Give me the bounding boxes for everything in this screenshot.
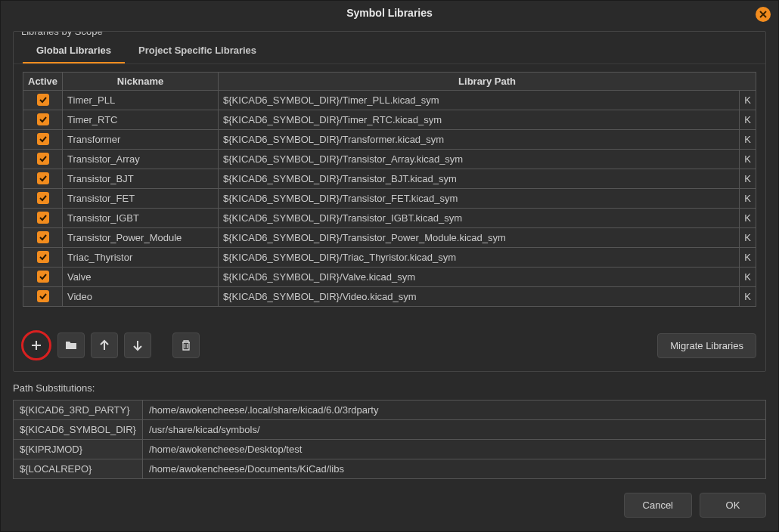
check-icon xyxy=(39,115,48,124)
path-cell[interactable]: ${KICAD6_SYMBOL_DIR}/Transistor_FET.kica… xyxy=(219,189,740,209)
active-cell[interactable] xyxy=(23,248,63,268)
table-row[interactable]: Valve ${KICAD6_SYMBOL_DIR}/Valve.kicad_s… xyxy=(23,268,756,287)
active-checkbox[interactable] xyxy=(37,251,49,263)
check-icon xyxy=(39,213,48,222)
check-icon xyxy=(39,272,48,281)
check-icon xyxy=(39,193,48,203)
path-cell[interactable]: ${KICAD6_SYMBOL_DIR}/Transistor_BJT.kica… xyxy=(219,169,740,189)
table-row[interactable]: Transistor_FET ${KICAD6_SYMBOL_DIR}/Tran… xyxy=(23,189,756,209)
active-cell[interactable] xyxy=(23,150,63,169)
active-checkbox[interactable] xyxy=(37,192,49,204)
overflow-cell[interactable]: K xyxy=(740,110,756,130)
path-cell[interactable]: ${KICAD6_SYMBOL_DIR}/Timer_PLL.kicad_sym xyxy=(219,91,740,110)
table-row[interactable]: Timer_RTC ${KICAD6_SYMBOL_DIR}/Timer_RTC… xyxy=(23,110,756,130)
path-substitutions-table: ${KICAD6_3RD_PARTY} /home/awokencheese/.… xyxy=(13,400,766,479)
browse-library-button[interactable] xyxy=(57,332,85,358)
active-cell[interactable] xyxy=(23,209,63,228)
nickname-cell[interactable]: Transistor_FET xyxy=(63,189,219,209)
path-val-cell: /usr/share/kicad/symbols/ xyxy=(142,420,765,440)
active-cell[interactable] xyxy=(23,91,63,110)
active-cell[interactable] xyxy=(23,287,63,307)
path-var-cell: ${KICAD6_3RD_PARTY} xyxy=(14,401,143,420)
overflow-cell[interactable]: K xyxy=(740,189,756,209)
move-up-button[interactable] xyxy=(91,332,118,358)
check-icon xyxy=(39,233,48,242)
arrow-down-icon xyxy=(132,339,144,351)
overflow-cell[interactable]: K xyxy=(740,150,756,169)
active-cell[interactable] xyxy=(23,169,63,189)
active-cell[interactable] xyxy=(23,189,63,209)
active-checkbox[interactable] xyxy=(37,271,49,283)
nickname-cell[interactable]: Video xyxy=(63,287,219,307)
active-checkbox[interactable] xyxy=(37,231,49,243)
active-checkbox[interactable] xyxy=(37,153,49,165)
delete-library-button[interactable] xyxy=(172,332,200,358)
nickname-cell[interactable]: Transistor_IGBT xyxy=(63,209,219,228)
overflow-cell[interactable]: K xyxy=(740,268,756,287)
table-row[interactable]: Timer_PLL ${KICAD6_SYMBOL_DIR}/Timer_PLL… xyxy=(23,91,756,110)
path-cell[interactable]: ${KICAD6_SYMBOL_DIR}/Transistor_Power_Mo… xyxy=(219,228,740,248)
close-button[interactable] xyxy=(756,7,771,22)
active-checkbox[interactable] xyxy=(37,94,49,106)
symbol-libraries-dialog: Symbol Libraries Libraries by Scope Glob… xyxy=(0,0,779,532)
overflow-cell[interactable]: K xyxy=(740,169,756,189)
overflow-cell[interactable]: K xyxy=(740,228,756,248)
trash-icon xyxy=(180,339,192,351)
active-checkbox[interactable] xyxy=(37,133,49,145)
table-row[interactable]: Video ${KICAD6_SYMBOL_DIR}/Video.kicad_s… xyxy=(23,287,756,307)
nickname-cell[interactable]: Transistor_Power_Module xyxy=(63,228,219,248)
path-cell[interactable]: ${KICAD6_SYMBOL_DIR}/Triac_Thyristor.kic… xyxy=(219,248,740,268)
table-row[interactable]: Transistor_IGBT ${KICAD6_SYMBOL_DIR}/Tra… xyxy=(23,209,756,228)
table-row[interactable]: Transistor_BJT ${KICAD6_SYMBOL_DIR}/Tran… xyxy=(23,169,756,189)
add-library-button[interactable] xyxy=(24,333,48,357)
table-row[interactable]: Triac_Thyristor ${KICAD6_SYMBOL_DIR}/Tri… xyxy=(23,248,756,268)
col-active[interactable]: Active xyxy=(23,73,63,91)
ok-button[interactable]: OK xyxy=(700,493,766,518)
nickname-cell[interactable]: Transistor_Array xyxy=(63,150,219,169)
library-table: Active Nickname Library Path Timer_PLL $… xyxy=(23,72,756,307)
table-row[interactable]: Transistor_Power_Module ${KICAD6_SYMBOL_… xyxy=(23,228,756,248)
active-checkbox[interactable] xyxy=(37,113,49,125)
col-path[interactable]: Library Path xyxy=(219,73,756,91)
table-row[interactable]: Transformer ${KICAD6_SYMBOL_DIR}/Transfo… xyxy=(23,130,756,150)
tab-global-libraries[interactable]: Global Libraries xyxy=(23,39,125,63)
col-nickname[interactable]: Nickname xyxy=(63,73,219,91)
path-cell[interactable]: ${KICAD6_SYMBOL_DIR}/Transistor_IGBT.kic… xyxy=(219,209,740,228)
active-checkbox[interactable] xyxy=(37,172,49,184)
path-cell[interactable]: ${KICAD6_SYMBOL_DIR}/Video.kicad_sym xyxy=(219,287,740,307)
table-row[interactable]: Transistor_Array ${KICAD6_SYMBOL_DIR}/Tr… xyxy=(23,150,756,169)
nickname-cell[interactable]: Transistor_BJT xyxy=(63,169,219,189)
nickname-cell[interactable]: Valve xyxy=(63,268,219,287)
arrow-up-icon xyxy=(98,339,110,351)
overflow-cell[interactable]: K xyxy=(740,91,756,110)
active-cell[interactable] xyxy=(23,130,63,150)
active-checkbox[interactable] xyxy=(37,212,49,224)
active-cell[interactable] xyxy=(23,110,63,130)
active-checkbox[interactable] xyxy=(37,290,49,302)
nickname-cell[interactable]: Timer_PLL xyxy=(63,91,219,110)
dialog-title: Symbol Libraries xyxy=(346,7,433,19)
close-icon xyxy=(759,11,767,18)
tab-project-libraries[interactable]: Project Specific Libraries xyxy=(125,39,270,63)
path-val-cell: /home/awokencheese/.local/share/kicad/6.… xyxy=(142,401,765,420)
scope-tabs: Global Libraries Project Specific Librar… xyxy=(14,39,765,64)
check-icon xyxy=(39,154,48,163)
dialog-button-bar: Cancel OK xyxy=(13,487,766,525)
path-cell[interactable]: ${KICAD6_SYMBOL_DIR}/Timer_RTC.kicad_sym xyxy=(219,110,740,130)
cancel-button[interactable]: Cancel xyxy=(624,493,692,518)
nickname-cell[interactable]: Timer_RTC xyxy=(63,110,219,130)
nickname-cell[interactable]: Transformer xyxy=(63,130,219,150)
active-cell[interactable] xyxy=(23,268,63,287)
nickname-cell[interactable]: Triac_Thyristor xyxy=(63,248,219,268)
path-cell[interactable]: ${KICAD6_SYMBOL_DIR}/Transformer.kicad_s… xyxy=(219,130,740,150)
active-cell[interactable] xyxy=(23,228,63,248)
move-down-button[interactable] xyxy=(124,332,151,358)
titlebar: Symbol Libraries xyxy=(1,1,778,25)
migrate-libraries-button[interactable]: Migrate Libraries xyxy=(657,333,756,358)
overflow-cell[interactable]: K xyxy=(740,287,756,307)
path-cell[interactable]: ${KICAD6_SYMBOL_DIR}/Valve.kicad_sym xyxy=(219,268,740,287)
path-cell[interactable]: ${KICAD6_SYMBOL_DIR}/Transistor_Array.ki… xyxy=(219,150,740,169)
overflow-cell[interactable]: K xyxy=(740,248,756,268)
overflow-cell[interactable]: K xyxy=(740,209,756,228)
overflow-cell[interactable]: K xyxy=(740,130,756,150)
